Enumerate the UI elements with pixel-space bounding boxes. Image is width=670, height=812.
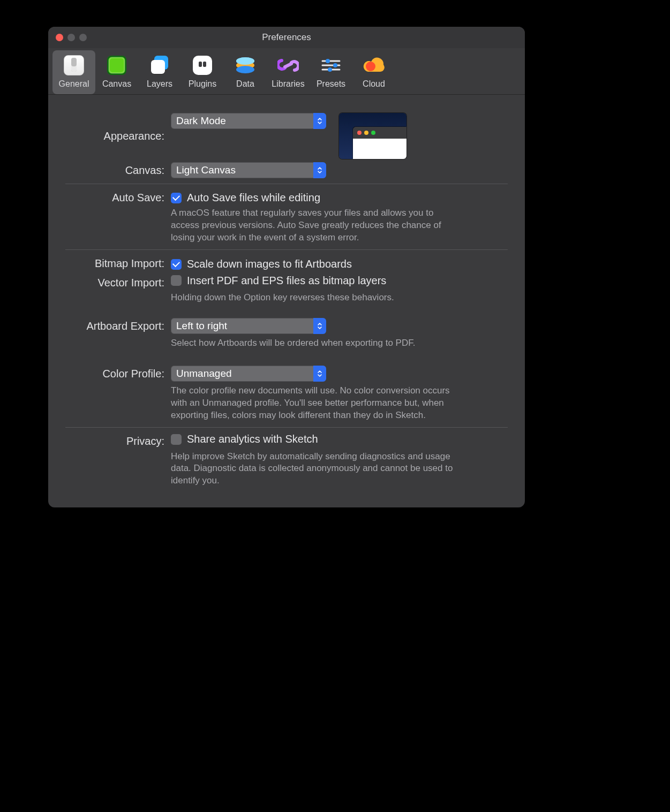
svg-point-10 bbox=[366, 62, 375, 71]
svg-point-3 bbox=[236, 57, 254, 65]
preferences-content: Appearance: Dark Mode bbox=[48, 95, 525, 507]
minimize-window-button[interactable] bbox=[67, 34, 75, 41]
bitmap-import-label: Bitmap Import: bbox=[65, 255, 164, 271]
cloud-icon bbox=[362, 57, 386, 74]
privacy-label: Privacy: bbox=[65, 433, 164, 449]
tab-presets[interactable]: Presets bbox=[310, 50, 352, 94]
autosave-help: A macOS feature that regularly saves you… bbox=[171, 207, 460, 244]
chevrons-icon bbox=[313, 366, 326, 382]
checkbox-icon bbox=[171, 193, 182, 203]
zoom-window-button[interactable] bbox=[79, 34, 87, 41]
checkbox-icon bbox=[171, 275, 182, 286]
divider bbox=[65, 249, 508, 250]
checkbox-icon bbox=[171, 259, 182, 270]
canvas-label: Canvas: bbox=[65, 162, 164, 178]
titlebar: Preferences bbox=[48, 27, 525, 48]
privacy-checkbox[interactable]: Share analytics with Sketch bbox=[171, 433, 318, 445]
artboard-export-value: Left to right bbox=[176, 320, 227, 332]
sliders-icon bbox=[320, 58, 342, 73]
link-icon bbox=[277, 57, 299, 73]
appearance-label: Appearance: bbox=[65, 128, 164, 144]
chevrons-icon bbox=[313, 162, 326, 178]
switch-icon bbox=[64, 55, 84, 75]
window-controls bbox=[48, 34, 87, 41]
tab-cloud-label: Cloud bbox=[363, 79, 385, 89]
preferences-toolbar: General Canvas Layers Plugins bbox=[48, 48, 525, 95]
color-profile-value: Unmanaged bbox=[176, 368, 232, 380]
color-profile-select[interactable]: Unmanaged bbox=[171, 366, 326, 382]
tab-plugins[interactable]: Plugins bbox=[181, 50, 224, 94]
chevrons-icon bbox=[313, 113, 326, 129]
privacy-checkbox-label: Share analytics with Sketch bbox=[187, 433, 318, 445]
window-title: Preferences bbox=[48, 32, 525, 43]
bitmap-import-checkbox-label: Scale down images to fit Artboards bbox=[187, 258, 352, 270]
vector-import-label: Vector Import: bbox=[65, 275, 164, 291]
tab-data-label: Data bbox=[236, 79, 254, 89]
tab-canvas[interactable]: Canvas bbox=[95, 50, 138, 94]
vector-import-help: Holding down the Option key reverses the… bbox=[171, 292, 460, 304]
svg-point-9 bbox=[328, 67, 332, 72]
tab-data[interactable]: Data bbox=[224, 50, 267, 94]
tab-libraries-label: Libraries bbox=[272, 79, 304, 89]
autosave-label: Auto Save: bbox=[65, 189, 164, 206]
plug-icon bbox=[193, 56, 212, 75]
artboard-export-label: Artboard Export: bbox=[65, 318, 164, 334]
tab-layers-label: Layers bbox=[147, 79, 172, 89]
stack-icon bbox=[234, 56, 257, 74]
color-profile-label: Color Profile: bbox=[65, 366, 164, 382]
appearance-select[interactable]: Dark Mode bbox=[171, 113, 326, 129]
chevrons-icon bbox=[313, 318, 326, 334]
vector-import-checkbox-label: Insert PDF and EPS files as bitmap layer… bbox=[187, 275, 386, 287]
tab-presets-label: Presets bbox=[317, 79, 345, 89]
tab-cloud[interactable]: Cloud bbox=[352, 50, 395, 94]
tab-canvas-label: Canvas bbox=[102, 79, 131, 89]
divider bbox=[65, 427, 508, 428]
svg-point-2 bbox=[236, 66, 254, 73]
close-window-button[interactable] bbox=[56, 34, 63, 41]
tab-general[interactable]: General bbox=[52, 50, 95, 94]
layers-icon bbox=[149, 55, 170, 76]
autosave-checkbox[interactable]: Auto Save files while editing bbox=[171, 192, 320, 204]
privacy-help: Help improve Sketch by automatically sen… bbox=[171, 451, 460, 488]
bitmap-import-checkbox[interactable]: Scale down images to fit Artboards bbox=[171, 258, 352, 270]
artboard-export-select[interactable]: Left to right bbox=[171, 318, 326, 334]
canvas-value: Light Canvas bbox=[176, 164, 236, 176]
appearance-value: Dark Mode bbox=[176, 115, 226, 127]
checkbox-icon bbox=[171, 434, 182, 445]
preferences-window: Preferences General Canvas Layers Plugin… bbox=[48, 27, 525, 507]
tab-plugins-label: Plugins bbox=[189, 79, 216, 89]
autosave-checkbox-label: Auto Save files while editing bbox=[187, 192, 320, 204]
svg-point-7 bbox=[333, 63, 337, 67]
appearance-preview bbox=[339, 113, 406, 159]
canvas-select[interactable]: Light Canvas bbox=[171, 162, 326, 178]
svg-point-5 bbox=[326, 59, 330, 63]
artboard-icon bbox=[107, 56, 126, 75]
vector-import-checkbox[interactable]: Insert PDF and EPS files as bitmap layer… bbox=[171, 275, 386, 287]
color-profile-help: The color profile new documents will use… bbox=[171, 385, 460, 422]
divider bbox=[65, 184, 508, 184]
tab-libraries[interactable]: Libraries bbox=[267, 50, 310, 94]
tab-general-label: General bbox=[59, 79, 89, 89]
artboard-export-help: Select how Artboards will be ordered whe… bbox=[171, 337, 460, 350]
tab-layers[interactable]: Layers bbox=[138, 50, 181, 94]
